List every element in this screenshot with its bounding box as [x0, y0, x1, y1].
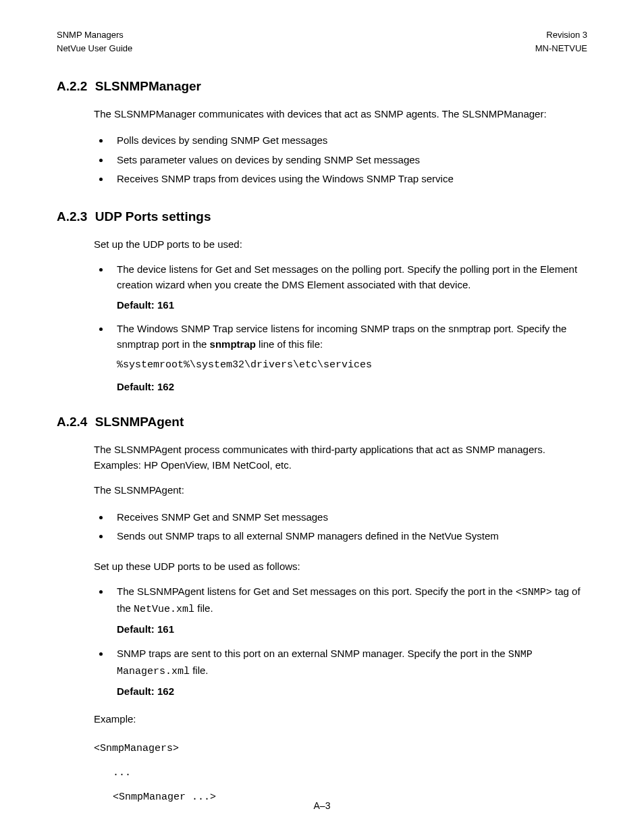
intro-text-1: The SLSNMPAgent process communicates wit…	[94, 442, 587, 473]
page-header: SNMP Managers NetVue User Guide Revision…	[57, 28, 587, 55]
heading-title: SLSNMPManager	[95, 79, 201, 93]
heading-number: A.2.4	[57, 415, 87, 429]
code-inline: NetVue.xml	[134, 604, 194, 615]
page-footer: A–3	[0, 800, 644, 811]
intro-text-3: Set up these UDP ports to be used as fol…	[94, 558, 587, 574]
heading-a22: A.2.2 SLSNMPManager	[57, 79, 587, 94]
item-text: The device listens for Get and Set messa…	[117, 263, 577, 290]
intro-text-2: The SLSNMPAgent:	[94, 482, 587, 498]
code-example: <SnmpManagers> ... <SnmpManager ...>	[94, 737, 587, 810]
heading-a23: A.2.3 UDP Ports settings	[57, 209, 587, 224]
default-label: Default: 162	[117, 379, 587, 394]
item-text-part: SNMP traps are sent to this port on an e…	[117, 648, 508, 659]
heading-number: A.2.2	[57, 79, 87, 94]
section-a24: A.2.4 SLSNMPAgent The SLSNMPAgent proces…	[57, 415, 587, 810]
intro-text: The SLSNMPManager communicates with devi…	[94, 106, 587, 122]
section-a22: A.2.2 SLSNMPManager The SLSNMPManager co…	[57, 79, 587, 189]
list-item: The SLSNMPAgent listens for Get and Set …	[110, 583, 587, 637]
header-left-line1: SNMP Managers	[57, 28, 132, 42]
list-item: The device listens for Get and Set messa…	[110, 261, 587, 313]
bold-word: snmptrap	[210, 338, 256, 350]
bullet-list: Polls devices by sending SNMP Get messag…	[94, 131, 587, 189]
section-body: Set up the UDP ports to be used: The dev…	[94, 236, 587, 394]
code-line: ...	[94, 761, 587, 785]
intro-text: Set up the UDP ports to be used:	[94, 236, 587, 252]
header-right-line1: Revision 3	[535, 28, 587, 42]
example-label: Example:	[94, 711, 587, 727]
item-text-part: The SLSNMPAgent listens for Get and Set …	[117, 585, 516, 597]
heading-title: SLSNMPAgent	[95, 415, 184, 429]
item-text-part: line of this file:	[256, 338, 323, 350]
bullet-list: The device listens for Get and Set messa…	[94, 261, 587, 394]
bullet-list-2: The SLSNMPAgent listens for Get and Set …	[94, 583, 587, 700]
list-item: The Windows SNMP Trap service listens fo…	[110, 321, 587, 394]
item-text-part: file.	[190, 664, 209, 676]
code-inline: <SNMP>	[516, 587, 552, 598]
list-item: Receives SNMP traps from devices using t…	[110, 170, 587, 189]
header-right: Revision 3 MN-NETVUE	[535, 28, 587, 55]
list-item: Polls devices by sending SNMP Get messag…	[110, 131, 587, 151]
heading-title: UDP Ports settings	[95, 209, 211, 224]
item-text-part: The Windows SNMP Trap service listens fo…	[117, 323, 566, 350]
list-item: Sets parameter values on devices by send…	[110, 151, 587, 170]
item-text-part: file.	[194, 602, 213, 614]
list-item: SNMP traps are sent to this port on an e…	[110, 646, 587, 700]
section-a23: A.2.3 UDP Ports settings Set up the UDP …	[57, 209, 587, 394]
bullet-list-1: Receives SNMP Get and SNMP Set messages …	[94, 508, 587, 546]
code-path: %systemroot%\system32\drivers\etc\servic…	[117, 357, 587, 373]
default-label: Default: 162	[117, 683, 587, 699]
heading-a24: A.2.4 SLSNMPAgent	[57, 415, 587, 429]
code-line: <SnmpManagers>	[94, 737, 587, 761]
header-left-line2: NetVue User Guide	[57, 42, 132, 55]
page-number: A–3	[314, 800, 331, 811]
section-body: The SLSNMPManager communicates with devi…	[94, 106, 587, 189]
default-label: Default: 161	[117, 621, 587, 637]
list-item: Sends out SNMP traps to all external SNM…	[110, 527, 587, 546]
section-body: The SLSNMPAgent process communicates wit…	[94, 442, 587, 810]
header-left: SNMP Managers NetVue User Guide	[57, 28, 132, 55]
page: SNMP Managers NetVue User Guide Revision…	[0, 0, 644, 834]
default-label: Default: 161	[117, 297, 587, 313]
list-item: Receives SNMP Get and SNMP Set messages	[110, 508, 587, 527]
header-right-line2: MN-NETVUE	[535, 42, 587, 55]
heading-number: A.2.3	[57, 209, 87, 224]
